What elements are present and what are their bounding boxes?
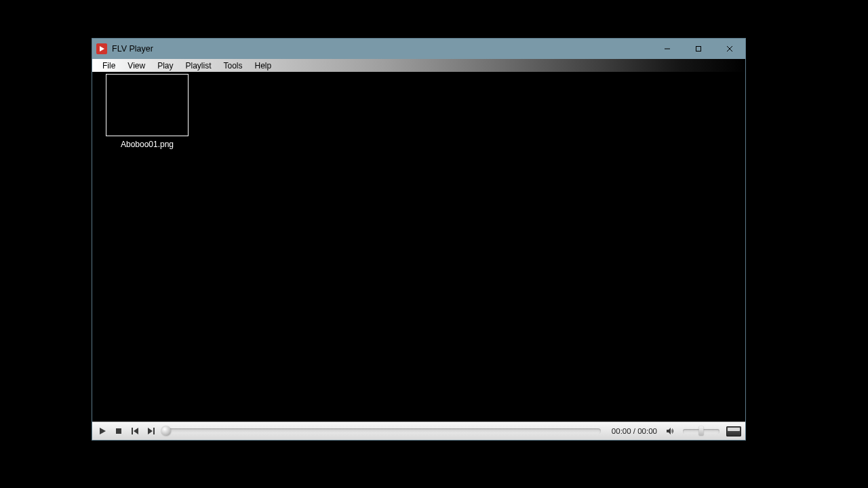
svg-rect-10	[153, 428, 155, 434]
minimize-button[interactable]	[652, 39, 683, 59]
content-area[interactable]: Aboboo01.png	[92, 72, 745, 422]
svg-marker-8	[134, 428, 138, 434]
menu-view[interactable]: View	[121, 60, 151, 72]
thumbnail-item[interactable]: Aboboo01.png	[106, 74, 189, 150]
svg-rect-2	[696, 47, 701, 52]
mute-button[interactable]	[664, 425, 676, 437]
svg-marker-5	[100, 428, 106, 434]
title-bar[interactable]: FLV Player	[92, 39, 745, 59]
fullscreen-button[interactable]	[726, 426, 741, 436]
menu-help[interactable]: Help	[249, 60, 278, 72]
volume-slider[interactable]	[683, 429, 719, 434]
seek-thumb-icon[interactable]	[161, 426, 171, 436]
thumbnail-image	[106, 74, 189, 136]
svg-rect-6	[116, 428, 121, 434]
control-bar: 00:00 / 00:00	[92, 422, 745, 440]
menu-playlist[interactable]: Playlist	[179, 60, 217, 72]
menu-file[interactable]: File	[96, 60, 121, 72]
app-window: FLV Player File View Play Playlist Tools…	[92, 39, 745, 440]
window-title: FLV Player	[112, 44, 153, 54]
play-button[interactable]	[96, 425, 108, 437]
close-button[interactable]	[714, 39, 745, 59]
previous-button[interactable]	[129, 425, 141, 437]
next-button[interactable]	[145, 425, 157, 437]
svg-marker-11	[667, 428, 671, 434]
maximize-button[interactable]	[683, 39, 714, 59]
menu-bar: File View Play Playlist Tools Help	[92, 59, 745, 72]
menu-play[interactable]: Play	[151, 60, 179, 72]
volume-thumb-icon[interactable]	[699, 426, 704, 436]
stop-button[interactable]	[113, 425, 125, 437]
svg-marker-9	[148, 428, 153, 434]
menu-tools[interactable]: Tools	[218, 60, 249, 72]
svg-marker-0	[100, 46, 104, 52]
svg-rect-7	[132, 428, 133, 434]
seek-slider[interactable]	[165, 428, 601, 434]
thumbnail-label: Aboboo01.png	[118, 139, 176, 150]
time-display: 00:00 / 00:00	[609, 427, 660, 435]
app-icon	[96, 43, 107, 54]
